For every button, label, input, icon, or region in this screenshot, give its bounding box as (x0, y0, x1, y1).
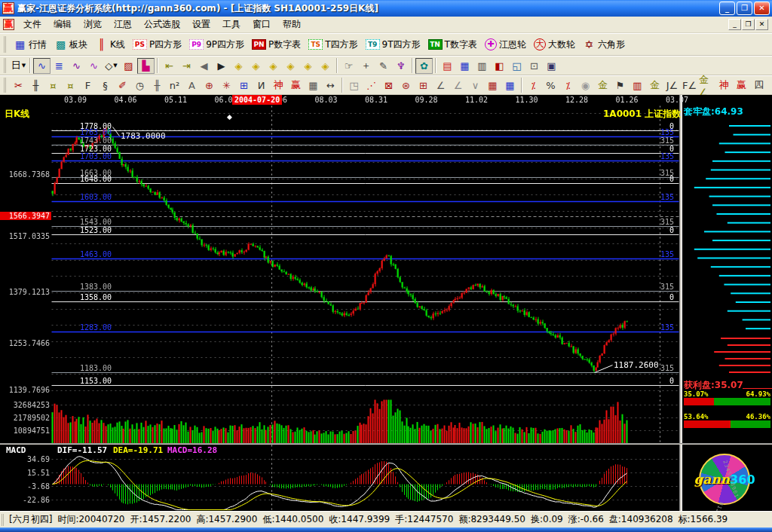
gold-seal-tool-2[interactable]: ¤ (62, 78, 79, 93)
t9-square-button[interactable]: T99T四方形 (362, 36, 424, 54)
save-disk-icon[interactable]: ◧ (491, 58, 508, 74)
trend-overlay-icon[interactable]: ∿ (33, 58, 51, 74)
big-number-wheel-button[interactable]: 大大数轮 (530, 36, 579, 54)
gann-wheel-button[interactable]: ✚江恩轮 (481, 36, 530, 54)
mdi-child-icon[interactable]: 赢 (3, 19, 14, 30)
percent-line-tool[interactable]: ⁒ (525, 78, 542, 93)
mdi-minimize-button[interactable]: _ (728, 19, 741, 30)
menu-tools[interactable]: 工具 (216, 17, 247, 32)
flag-pen-tool[interactable]: ⚑ (611, 78, 629, 93)
color-histogram-icon[interactable]: ▙ (137, 58, 155, 74)
menu-edit[interactable]: 编辑 (47, 17, 78, 32)
shen-angle-tool[interactable]: 神 (715, 78, 733, 93)
gold-text-tool-2[interactable]: 金 (646, 78, 663, 93)
grid-target-tool[interactable]: ⊞ (235, 78, 253, 93)
mdi-close-button[interactable]: ✕ (755, 19, 768, 30)
n-squared-tool[interactable]: n² (166, 78, 183, 93)
title-bar[interactable]: 赢 赢家-江恩证券分析系统(http://gann360.com) - [上证指… (0, 0, 772, 17)
f-angle-tool[interactable]: F∠ (681, 78, 698, 93)
box-select-tool[interactable]: ◳ (345, 78, 363, 93)
square-grid-tool[interactable]: ⊞ (415, 78, 432, 93)
t-number-table-button[interactable]: TNT数字表 (424, 36, 481, 54)
draw-pen-tool[interactable]: ✎ (375, 58, 392, 74)
tick-ruler-tool[interactable]: ╫ (149, 78, 166, 93)
p-square-button[interactable]: PSP四方形 (129, 36, 185, 54)
tick-grid-tool[interactable]: ╫ (27, 78, 44, 93)
quotes-button[interactable]: ▦行情 (10, 36, 51, 54)
clock-cycle-tool[interactable]: ◷ (131, 78, 149, 93)
j-angle-tool[interactable]: J∠ (663, 78, 681, 93)
purple-ribbon-tool[interactable]: ♆ (392, 58, 409, 74)
p9-square-button[interactable]: P99P四方形 (185, 36, 248, 54)
zoom-left-diamond[interactable]: ◈ (230, 58, 247, 74)
calculator-icon[interactable]: ▦ (456, 58, 473, 74)
win-tool[interactable]: 赢 (287, 78, 305, 93)
wave-3-icon[interactable]: ∿ (68, 58, 85, 74)
kline-button[interactable]: ║K线 (91, 36, 129, 54)
wave-9-icon[interactable]: ∿ (85, 58, 103, 74)
prev-bar-button[interactable]: ◀ (195, 58, 213, 74)
period-day-dropdown[interactable]: 日▼ (10, 58, 27, 74)
angle-line-tool-2[interactable]: ∠ (449, 78, 467, 93)
win-angle-tool[interactable]: 赢 (733, 78, 750, 93)
fractal-tool[interactable]: И (253, 78, 270, 93)
v-wave-tool[interactable]: ∨ (467, 78, 484, 93)
zoom-both-diamond[interactable]: ◈ (265, 58, 282, 74)
gold-seal-tool-1[interactable]: ¤ (44, 78, 62, 93)
candle-style-dropdown[interactable]: ◇▼ (103, 58, 120, 74)
mdi-restore-button[interactable]: ❐ (742, 19, 755, 30)
next-bar-button[interactable]: ▶ (213, 58, 230, 74)
minimize-button[interactable]: _ (719, 2, 735, 15)
red-grid-brush-icon[interactable]: ▨ (120, 58, 137, 74)
p-number-table-button[interactable]: PNP数字表 (248, 36, 305, 54)
calendar-icon[interactable]: ▤ (439, 58, 456, 74)
close-button[interactable]: ✕ (754, 2, 770, 15)
compress-diamond[interactable]: ◈ (282, 58, 299, 74)
spiral-tool[interactable]: § (96, 78, 114, 93)
cross-diamond[interactable]: ◈ (299, 58, 317, 74)
shen-tool[interactable]: 神 (270, 78, 287, 93)
menu-settings[interactable]: 设置 (186, 17, 216, 32)
restore-button[interactable]: ❐ (737, 2, 752, 15)
circle-cross-tool[interactable]: ⊕ (201, 78, 218, 93)
gold-angle-tool[interactable]: 金∠ (698, 78, 715, 93)
menu-gann[interactable]: 江恩 (108, 17, 138, 32)
blue-grid-box-tool[interactable]: ▦ (501, 78, 519, 93)
last-bar-button[interactable]: ⇥ (178, 58, 195, 74)
hexagon-button[interactable]: ✡六角形 (579, 36, 629, 54)
zoom-right-diamond[interactable]: ◈ (247, 58, 265, 74)
menu-formula-stock-pick[interactable]: 公式选股 (138, 17, 186, 32)
red-grid-box-tool[interactable]: ▦ (484, 78, 501, 93)
image-viewer-icon[interactable]: ◱ (508, 58, 525, 74)
notepad-icon[interactable]: ▥ (473, 58, 491, 74)
percent-levels-tool[interactable]: ⁒ (559, 78, 577, 93)
panel-splitter[interactable] (679, 95, 682, 511)
teal-knot-tool[interactable]: ✿ (415, 58, 433, 74)
first-bar-button[interactable]: ⇤ (161, 58, 178, 74)
crosshair-tool[interactable]: ＋ (357, 58, 375, 74)
f-ruler-tool[interactable]: F (79, 78, 96, 93)
star-wheel-tool[interactable]: ✳ (218, 78, 235, 93)
expand-diamond[interactable]: ◈ (317, 58, 334, 74)
menu-file[interactable]: 文件 (17, 17, 47, 32)
computer-export-icon[interactable]: ▣ (543, 58, 560, 74)
gold-circle-tool[interactable]: ◉ (577, 78, 594, 93)
menu-window[interactable]: 窗口 (247, 17, 277, 32)
marker-pen-tool[interactable]: ✐ (114, 78, 131, 93)
fan-lines-tool[interactable]: ⋰ (363, 78, 380, 93)
knife-tool[interactable]: ✂ (10, 78, 27, 93)
menu-browse[interactable]: 浏览 (78, 17, 108, 32)
menu-help[interactable]: 帮助 (277, 17, 307, 32)
percent-tool[interactable]: % (542, 78, 559, 93)
cross-box-tool[interactable]: ⊠ (380, 78, 397, 93)
hand-tool[interactable]: ☞ (340, 58, 357, 74)
data-copy-icon[interactable]: ⊡ (525, 58, 543, 74)
gold-text-tool[interactable]: 金 (594, 78, 611, 93)
four-angle-tool[interactable]: 四 (750, 78, 767, 93)
angle-mirror-tool[interactable]: A (183, 78, 201, 93)
wall-grid-tool[interactable]: ▦ (305, 78, 322, 93)
span-arrows-tool[interactable]: ↔ (322, 78, 339, 93)
t-square-button[interactable]: TST四方形 (305, 36, 361, 54)
info-list-icon[interactable]: ≣ (51, 58, 68, 74)
sectors-button[interactable]: ▩板块 (51, 36, 91, 54)
